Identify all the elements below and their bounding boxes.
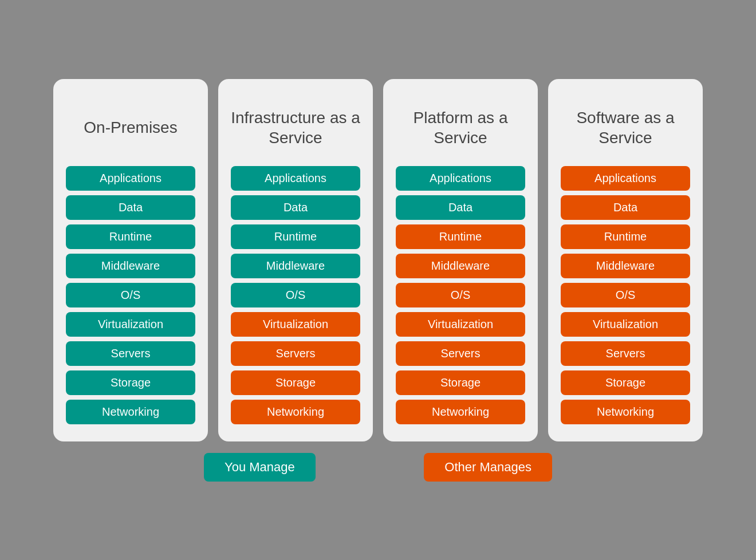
legend-container: You Manage Other Manages xyxy=(49,453,707,482)
item-badge-applications-on-premises: Applications xyxy=(66,166,195,191)
item-badge-runtime-saas: Runtime xyxy=(561,224,690,249)
column-title-saas: Software as a Service xyxy=(561,96,690,159)
item-badge-applications-iaas: Applications xyxy=(231,166,360,191)
item-badge-networking-paas: Networking xyxy=(396,400,525,424)
item-badge-networking-iaas: Networking xyxy=(231,400,360,424)
item-badge-middleware-paas: Middleware xyxy=(396,254,525,278)
column-iaas: Infrastructure as a ServiceApplicationsD… xyxy=(218,79,373,441)
item-badge-o-s-paas: O/S xyxy=(396,283,525,307)
you-manage-button[interactable]: You Manage xyxy=(204,453,316,482)
item-badge-runtime-on-premises: Runtime xyxy=(66,224,195,249)
item-badge-virtualization-on-premises: Virtualization xyxy=(66,312,195,337)
item-badge-data-on-premises: Data xyxy=(66,195,195,220)
item-badge-runtime-iaas: Runtime xyxy=(231,224,360,249)
item-badge-networking-saas: Networking xyxy=(561,400,690,424)
items-list-saas: ApplicationsDataRuntimeMiddlewareO/SVirt… xyxy=(561,166,690,424)
column-paas: Platform as a ServiceApplicationsDataRun… xyxy=(383,79,538,441)
item-badge-data-paas: Data xyxy=(396,195,525,220)
item-badge-virtualization-iaas: Virtualization xyxy=(231,312,360,337)
item-badge-servers-saas: Servers xyxy=(561,341,690,366)
items-list-paas: ApplicationsDataRuntimeMiddlewareO/SVirt… xyxy=(396,166,525,424)
columns-row: On-PremisesApplicationsDataRuntimeMiddle… xyxy=(53,79,703,441)
item-badge-applications-paas: Applications xyxy=(396,166,525,191)
column-saas: Software as a ServiceApplicationsDataRun… xyxy=(548,79,703,441)
item-badge-storage-paas: Storage xyxy=(396,370,525,395)
other-manages-button[interactable]: Other Manages xyxy=(424,453,552,482)
item-badge-servers-paas: Servers xyxy=(396,341,525,366)
column-title-on-premises: On-Premises xyxy=(84,96,177,159)
items-list-iaas: ApplicationsDataRuntimeMiddlewareO/SVirt… xyxy=(231,166,360,424)
item-badge-middleware-saas: Middleware xyxy=(561,254,690,278)
item-badge-storage-on-premises: Storage xyxy=(66,370,195,395)
item-badge-applications-saas: Applications xyxy=(561,166,690,191)
items-list-on-premises: ApplicationsDataRuntimeMiddlewareO/SVirt… xyxy=(66,166,195,424)
item-badge-runtime-paas: Runtime xyxy=(396,224,525,249)
item-badge-middleware-on-premises: Middleware xyxy=(66,254,195,278)
item-badge-data-iaas: Data xyxy=(231,195,360,220)
item-badge-data-saas: Data xyxy=(561,195,690,220)
item-badge-networking-on-premises: Networking xyxy=(66,400,195,424)
main-container: On-PremisesApplicationsDataRuntimeMiddle… xyxy=(49,79,707,482)
column-on-premises: On-PremisesApplicationsDataRuntimeMiddle… xyxy=(53,79,208,441)
item-badge-servers-on-premises: Servers xyxy=(66,341,195,366)
item-badge-servers-iaas: Servers xyxy=(231,341,360,366)
item-badge-virtualization-paas: Virtualization xyxy=(396,312,525,337)
column-title-paas: Platform as a Service xyxy=(396,96,525,159)
item-badge-o-s-iaas: O/S xyxy=(231,283,360,307)
item-badge-middleware-iaas: Middleware xyxy=(231,254,360,278)
column-title-iaas: Infrastructure as a Service xyxy=(231,96,360,159)
item-badge-storage-iaas: Storage xyxy=(231,370,360,395)
item-badge-o-s-saas: O/S xyxy=(561,283,690,307)
item-badge-storage-saas: Storage xyxy=(561,370,690,395)
item-badge-o-s-on-premises: O/S xyxy=(66,283,195,307)
item-badge-virtualization-saas: Virtualization xyxy=(561,312,690,337)
